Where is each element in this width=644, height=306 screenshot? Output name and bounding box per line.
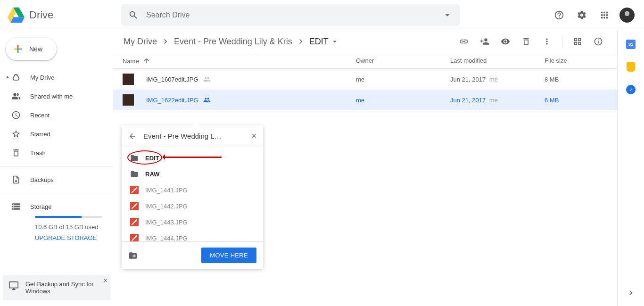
sidebar-item-recent[interactable]: Recent [0,106,113,124]
link-icon [459,37,469,46]
help-button[interactable] [550,6,569,25]
file-modified: Jun 21, 2017 me [450,76,545,83]
col-header-owner[interactable]: Owner [356,57,450,65]
file-size: 6 MB [545,97,608,104]
get-link-button[interactable] [454,32,473,51]
keep-icon[interactable] [627,62,635,72]
item-label: RAW [145,171,159,178]
eye-icon [501,37,510,46]
share-button[interactable] [475,32,494,51]
breadcrumb-folder[interactable]: Event - Pre Wedding Lily & Kris [173,35,293,49]
chevron-down-icon[interactable] [330,37,339,46]
popup-body[interactable]: EDITRAWIMG_1441.JPGIMG_1442.JPGIMG_1443.… [122,147,263,241]
file-name-text: IMG_1622edit.JPG [146,97,198,104]
upgrade-storage-link[interactable]: UPGRADE STORAGE [35,234,102,241]
file-thumbnail [123,74,134,85]
sidebar-item-shared[interactable]: Shared with me [0,87,113,106]
delete-button[interactable] [517,32,536,51]
calendar-icon[interactable] [626,40,636,49]
separator [562,36,562,47]
settings-button[interactable] [572,6,591,25]
nav-label: Starred [30,131,50,138]
storage-icon [11,202,21,211]
promo-close-icon[interactable]: × [104,277,107,284]
new-folder-icon[interactable] [128,251,138,260]
sidebar-item-trash[interactable]: Trash [0,143,113,162]
right-side-panel [618,30,644,306]
item-label: IMG_1442.JPG [145,203,188,210]
nav-label: Backups [30,176,54,183]
file-owner: me [356,76,450,83]
sidebar: New My Drive Shared with me Recent Starr… [0,30,113,306]
list-header: Name Owner Last modified File size [113,53,617,69]
toolbar-actions [454,32,608,51]
file-name-text: IMG_1607edit.JPG [146,76,198,83]
desktop-icon [8,281,19,291]
person-add-icon [480,37,489,46]
side-panel-toggle-icon[interactable] [625,287,636,298]
star-icon [11,129,21,139]
more-vert-icon [542,37,552,46]
logo-section[interactable]: Drive [8,7,121,24]
shared-icon [203,96,211,104]
move-popup-item[interactable]: IMG_1443.JPG [122,214,263,230]
more-button[interactable] [537,32,556,51]
sidebar-item-mydrive[interactable]: My Drive [0,68,113,87]
move-popup-item[interactable]: IMG_1442.JPG [122,198,263,214]
popup-footer: MOVE HERE [122,241,263,269]
col-header-size[interactable]: File size [545,57,608,65]
breadcrumb-root[interactable]: My Drive [123,35,158,49]
details-button[interactable] [589,32,608,51]
search-icon [128,10,139,20]
nav-label: My Drive [30,74,54,81]
close-icon[interactable]: × [251,131,256,141]
sidebar-item-storage[interactable]: Storage [0,197,113,216]
move-popup-item[interactable]: IMG_1444.JPG [122,230,263,241]
breadcrumb-current[interactable]: EDIT [308,35,330,49]
search-options-icon[interactable] [442,10,453,20]
sidebar-item-backups[interactable]: Backups [0,170,113,189]
nav-label: Shared with me [30,93,73,100]
sidebar-item-starred[interactable]: Starred [0,124,113,143]
backups-icon [11,175,21,184]
shared-icon [11,91,21,101]
expand-icon[interactable] [4,75,11,80]
drive-logo-icon [8,7,25,24]
tasks-icon[interactable] [626,85,636,94]
header-actions [550,6,636,25]
app-title: Drive [29,9,53,21]
divider [0,193,113,193]
move-popup-item[interactable]: RAW [122,166,263,182]
popup-header: Event - Pre Wedding L… × [122,125,263,147]
file-list: IMG_1607edit.JPG me Jun 21, 2017 me 8 MB… [113,69,617,110]
backup-sync-promo[interactable]: Get Backup and Sync for Windows × [3,275,110,300]
preview-button[interactable] [496,32,515,51]
item-label: EDIT [145,155,159,162]
info-icon [594,37,603,46]
gear-icon [577,10,587,20]
storage-bar [35,216,102,218]
image-file-icon [130,202,139,210]
search-bar[interactable] [121,4,460,26]
col-header-modified[interactable]: Last modified [450,57,545,65]
account-button[interactable] [618,6,636,25]
table-row[interactable]: IMG_1607edit.JPG me Jun 21, 2017 me 8 MB [113,69,617,90]
move-popup-item[interactable]: EDIT [122,150,263,166]
sort-arrow-icon [143,57,150,65]
new-button[interactable]: New [6,38,57,60]
avatar [619,8,635,23]
move-here-button[interactable]: MOVE HERE [201,248,256,263]
view-toggle-button[interactable] [568,32,587,51]
item-label: IMG_1444.JPG [145,235,188,242]
file-thumbnail [123,94,134,106]
nav-label: Recent [30,112,50,119]
table-row[interactable]: IMG_1622edit.JPG me Jun 21, 2017 me 6 MB [113,90,617,110]
search-input[interactable] [146,11,442,19]
chevron-right-icon [296,37,305,46]
promo-text: Get Backup and Sync for Windows [25,281,105,295]
move-popup-item[interactable]: IMG_1441.JPG [122,182,263,198]
plus-icon [12,43,24,55]
apps-button[interactable] [595,6,614,25]
back-icon[interactable] [128,132,137,141]
col-header-name[interactable]: Name [123,57,356,65]
